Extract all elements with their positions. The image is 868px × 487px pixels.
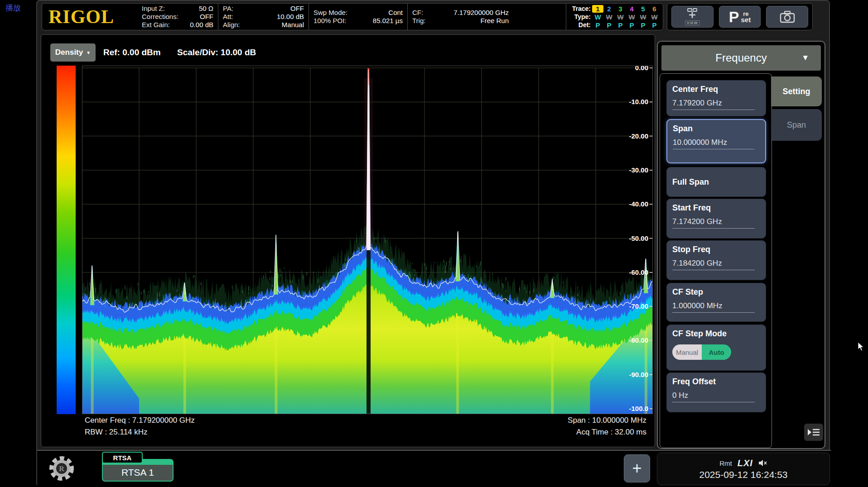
spectrum-display-panel: Density ▼ Ref: 0.00 dBm Scale/Div: 10.00… — [41, 34, 655, 447]
freq-offset-label: Freq Offset — [672, 377, 760, 387]
remote-status-label: Rmt — [719, 459, 732, 467]
view-button[interactable]: VIEW — [671, 6, 714, 28]
svg-text:-50.00: -50.00 — [629, 234, 648, 242]
menu-item-span[interactable]: Span10.000000 MHz — [666, 119, 766, 163]
menu-item-center-freq[interactable]: Center Freq7.179200 GHz — [666, 80, 766, 116]
spectrum-chart: 0.00-10.00-20.00-30.00-40.00-50.00-60.00… — [82, 66, 653, 414]
desktop: 播放 RIGOL Input Z:50 ΩCorrections:OFFExt … — [0, 0, 868, 487]
footer-center-freq: Center Freq : 7.179200000 GHz — [85, 416, 195, 425]
status-trig: Trig:Free Run — [412, 17, 509, 25]
trace-type-row: Type:WWWWWW — [569, 13, 660, 21]
trace-det-5: P — [637, 21, 649, 29]
center-freq-value: 7.179200 GHz — [672, 99, 755, 110]
trace-type-3: W — [615, 13, 626, 21]
rigol-logo: RIGOL — [42, 4, 137, 30]
menu-collapse-icon — [807, 427, 820, 437]
svg-text:-10.00: -10.00 — [629, 98, 648, 105]
footer-acq-time: Acq Time : 32.00 ms — [576, 428, 646, 437]
display-mode-dropdown[interactable]: Density ▼ — [50, 43, 96, 62]
speaker-muted-icon — [758, 459, 767, 467]
svg-text:-60.00: -60.00 — [629, 268, 648, 276]
status-section-2: Swp Mode:Cont100% POI:85.021 µs — [309, 4, 407, 30]
trace-det-4: P — [626, 21, 637, 29]
trace-det-2: P — [603, 21, 615, 29]
preset-button[interactable]: P re set — [719, 6, 761, 28]
status-att: Att:10.00 dB — [223, 13, 304, 21]
trace-number-6[interactable]: 6 — [649, 5, 660, 13]
lxi-logo: LXI — [738, 458, 753, 468]
status-pa: PA:OFF — [223, 5, 304, 13]
trace-type-4: W — [626, 13, 637, 21]
toggle-option-auto[interactable]: Auto — [702, 344, 731, 360]
svg-text:0.00: 0.00 — [635, 66, 648, 72]
footer-span: Span : 10.000000 MHz — [568, 416, 646, 425]
chevron-down-icon: ▼ — [801, 53, 809, 62]
trace-number-3[interactable]: 3 — [615, 5, 626, 13]
trace-det-6: P — [649, 21, 660, 29]
density-colorbar — [57, 66, 76, 414]
start-freq-label: Start Freq — [672, 203, 760, 213]
menu-title-bar[interactable]: Frequency ▼ — [661, 45, 821, 71]
status-cf: CF:7.179200000 GHz — [412, 9, 509, 17]
menu-item-cf-step[interactable]: CF Step1.000000 MHz — [666, 283, 766, 322]
menu-item-start-freq[interactable]: Start Freq7.174200 GHz — [666, 199, 766, 239]
status-section-1: PA:OFFAtt:10.00 dBAlign:Manual — [218, 4, 309, 30]
view-icon: VIEW — [685, 8, 700, 25]
status-corrections: Corrections:OFF — [142, 13, 213, 21]
svg-text:-90.00: -90.00 — [629, 371, 648, 378]
trace-number-1[interactable]: 1 — [592, 5, 603, 13]
span-value: 10.000000 MHz — [673, 138, 754, 149]
menu-item-full-span[interactable]: Full Span — [666, 167, 766, 197]
frequency-menu-panel: Frequency ▼ Center Freq7.179200 GHzSpan1… — [657, 41, 825, 449]
trace-det-3: P — [615, 21, 626, 29]
status-100-poi: 100% POI:85.021 µs — [313, 17, 403, 25]
system-status-panel: Rmt LXI 2025-09-12 16:24:53 — [657, 453, 830, 485]
status-bar: RIGOL Input Z:50 ΩCorrections:OFFExt Gai… — [42, 3, 663, 30]
status-section-0: Input Z:50 ΩCorrections:OFFExt Gain:0.00… — [137, 4, 218, 30]
trace-number-5[interactable]: 5 — [637, 5, 649, 13]
trace-det-1: P — [592, 21, 603, 29]
menu-collapse-button[interactable] — [804, 424, 823, 441]
trace-number-row: Trace:123456 — [569, 5, 660, 13]
quick-buttons: VIEW P re set — [667, 3, 813, 30]
trace-number-4[interactable]: 4 — [626, 5, 637, 13]
footer-rbw: RBW : 25.114 kHz — [85, 428, 148, 437]
status-ext-gain: Ext Gain:0.00 dB — [142, 21, 213, 29]
trace-status: Trace:123456Type:WWWWWWDet:PPPPPP — [566, 4, 663, 30]
trace-det-row: Det:PPPPPP — [569, 21, 660, 29]
svg-text:-40.00: -40.00 — [629, 200, 648, 208]
trace-type-2: W — [603, 13, 615, 21]
menu-item-stop-freq[interactable]: Stop Freq7.184200 GHz — [666, 240, 766, 280]
cf-step-mode-label: CF Step Mode — [672, 329, 760, 339]
svg-text:-80.00: -80.00 — [629, 336, 648, 344]
scale-div-label: Scale/Div: 10.00 dB — [177, 48, 256, 57]
trace-number-2[interactable]: 2 — [603, 5, 615, 13]
plus-icon: + — [632, 459, 641, 478]
menu-item-cf-step-mode[interactable]: CF Step ModeManualAuto — [666, 325, 766, 371]
tab-span[interactable]: Span — [771, 109, 822, 141]
svg-text:-100.0: -100.0 — [629, 405, 648, 412]
cf-step-value: 1.000000 MHz — [672, 301, 755, 313]
stop-freq-value: 7.184200 GHz — [672, 259, 755, 270]
datetime-label: 2025-09-12 16:24:53 — [699, 469, 788, 480]
svg-text:-30.00: -30.00 — [629, 166, 648, 174]
add-app-button[interactable]: + — [624, 454, 650, 482]
system-gear-icon[interactable]: R — [48, 455, 75, 482]
toggle-option-manual[interactable]: Manual — [672, 344, 702, 360]
status-align: Align:Manual — [223, 21, 304, 29]
ref-level-label: Ref: 0.00 dBm — [103, 48, 161, 57]
status-section-3: CF:7.179200000 GHzTrig:Free Run — [407, 4, 513, 30]
menu-title: Frequency — [715, 52, 767, 64]
preset-icon: P — [729, 10, 739, 24]
svg-text:R: R — [59, 465, 64, 473]
cf-step-label: CF Step — [672, 287, 760, 297]
trace-type-5: W — [637, 13, 649, 21]
app-tab-group-label: RTSA — [102, 452, 143, 463]
analyzer-screen: RIGOL Input Z:50 ΩCorrections:OFFExt Gai… — [36, 0, 830, 487]
full-span-label: Full Span — [672, 177, 709, 187]
cf-step-mode-toggle: ManualAuto — [672, 344, 731, 360]
video-overlay-play-label: 播放 — [5, 3, 21, 13]
tab-setting[interactable]: Setting — [771, 76, 822, 106]
menu-item-freq-offset[interactable]: Freq Offset0 Hz — [666, 372, 766, 412]
screenshot-button[interactable] — [766, 6, 808, 28]
